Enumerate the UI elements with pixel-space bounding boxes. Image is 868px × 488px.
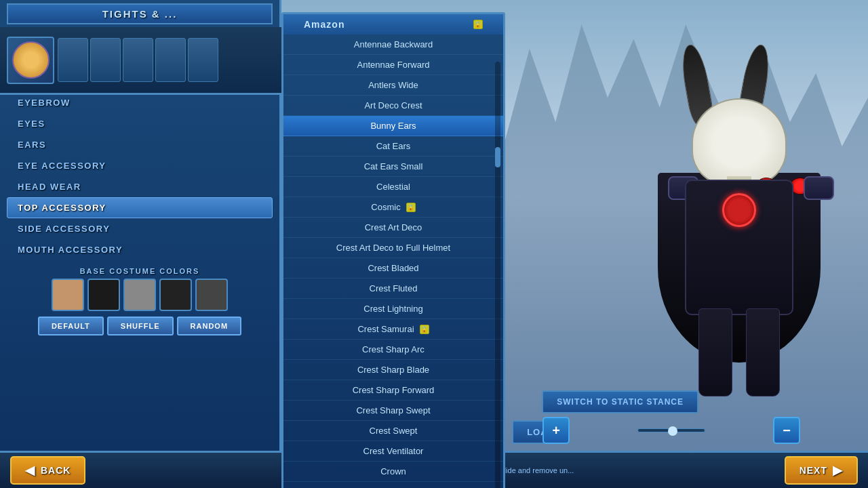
default-button[interactable]: DEFAULT bbox=[38, 317, 104, 336]
dropdown-item[interactable]: Crest Sharp Swept bbox=[283, 401, 503, 421]
panel-title: TIGHTS & ... bbox=[7, 3, 273, 24]
dropdown-item[interactable]: Crest Art Deco bbox=[283, 218, 503, 238]
dropdown-item[interactable]: Crest Ventilator bbox=[283, 441, 503, 462]
dropdown-item[interactable]: Crest Swept bbox=[283, 421, 503, 441]
lock-icon: 🔒 bbox=[420, 325, 429, 334]
dropdown-item[interactable]: Antlers Wide bbox=[283, 75, 503, 96]
random-button[interactable]: RANDOM bbox=[177, 317, 242, 336]
leg-right bbox=[746, 308, 780, 396]
dropdown-item[interactable]: Cat Ears Small bbox=[283, 157, 503, 177]
dropdown-item[interactable]: Crest Samurai🔒 bbox=[283, 319, 503, 340]
color-swatch-1[interactable] bbox=[52, 279, 84, 311]
dropdown-panel: Amazon 🔒 Antennae BackwardAntennae Forwa… bbox=[281, 12, 505, 488]
dropdown-item[interactable]: Crest Lightning bbox=[283, 299, 503, 319]
color-swatch-5[interactable] bbox=[195, 279, 228, 311]
dropdown-header: Amazon 🔒 bbox=[283, 14, 503, 35]
dropdown-item[interactable]: Doctor Mirror bbox=[283, 482, 503, 488]
dropdown-item[interactable]: Crest Sharp Blade bbox=[283, 360, 503, 380]
dropdown-item[interactable]: Cat Ears bbox=[283, 136, 503, 157]
color-swatch-2[interactable] bbox=[87, 279, 120, 311]
legs bbox=[698, 308, 780, 396]
menu-item-eyes[interactable]: EYES bbox=[7, 113, 273, 134]
dropdown-item[interactable]: Crest Bladed bbox=[283, 258, 503, 279]
action-buttons: DEFAULT SHUFFLE RANDOM bbox=[7, 317, 273, 336]
menu-item-ears[interactable]: EARS bbox=[7, 134, 273, 155]
color-swatch-4[interactable] bbox=[159, 279, 192, 311]
header-lock-icon: 🔒 bbox=[473, 20, 483, 29]
dropdown-item[interactable]: Crest Art Deco to Full Helmet bbox=[283, 238, 503, 258]
color-swatch-3[interactable] bbox=[123, 279, 156, 311]
character-figure bbox=[644, 44, 834, 410]
dropdown-item[interactable]: Celestial bbox=[283, 177, 503, 197]
skull bbox=[692, 98, 787, 186]
dropdown-item[interactable]: Antennae Forward bbox=[283, 55, 503, 75]
colors-section: BASE COSTUME COLORS DEFAULT SHUFFLE RAND… bbox=[7, 267, 273, 336]
stance-icon-5 bbox=[188, 38, 218, 82]
lock-icon: 🔒 bbox=[406, 203, 416, 212]
shuffle-button[interactable]: SHUFFLE bbox=[107, 317, 174, 336]
next-button[interactable]: NEXT ▶ bbox=[785, 456, 858, 485]
stance-icon-4 bbox=[155, 38, 186, 82]
zoom-slider[interactable] bbox=[637, 428, 705, 432]
scrollbar-thumb[interactable] bbox=[495, 147, 500, 167]
dropdown-item[interactable]: Art Deco Crest bbox=[283, 96, 503, 116]
stance-icon-3 bbox=[123, 38, 153, 82]
zoom-in-button[interactable]: + bbox=[542, 417, 570, 444]
stance-icon-2 bbox=[90, 38, 121, 82]
leg-left bbox=[698, 308, 732, 396]
menu-item-top-accessory[interactable]: TOP ACCESSORY bbox=[7, 197, 273, 218]
zoom-out-button[interactable]: − bbox=[773, 417, 800, 444]
chest-detail bbox=[722, 193, 756, 227]
dropdown-item[interactable]: Crest Sharp Forward bbox=[283, 380, 503, 401]
back-arrow-icon: ◀ bbox=[25, 463, 35, 478]
back-button[interactable]: ◀ BACK bbox=[10, 456, 85, 485]
shoulder-right bbox=[804, 176, 834, 200]
character-icon bbox=[12, 41, 50, 79]
dropdown-item[interactable]: Antennae Backward bbox=[283, 35, 503, 55]
dropdown-item[interactable]: Crest Sharp Arc bbox=[283, 340, 503, 360]
menu-item-side-accessory[interactable]: SIDE ACCESSORY bbox=[7, 218, 273, 239]
dropdown-list: Antennae BackwardAntennae ForwardAntlers… bbox=[283, 35, 503, 488]
zoom-controls: + − bbox=[542, 417, 800, 444]
stance-icons bbox=[58, 38, 275, 82]
stance-icon-1 bbox=[58, 38, 88, 82]
zoom-thumb bbox=[668, 426, 677, 436]
dropdown-item[interactable]: Crown bbox=[283, 462, 503, 482]
menu-item-eyebrow[interactable]: EYEBROW bbox=[7, 92, 273, 113]
character-preview bbox=[0, 27, 281, 95]
left-panel: TIGHTS & ... HEAD TYPE HAIRSTYLE A HAIRS… bbox=[0, 0, 281, 488]
dropdown-item[interactable]: Bunny Ears bbox=[283, 116, 503, 136]
menu-item-head-wear[interactable]: HEAD WEAR bbox=[7, 176, 273, 197]
menu-item-eye-accessory[interactable]: EYE ACCESSORY bbox=[7, 155, 273, 176]
menu-item-mouth-accessory[interactable]: MOUTH ACCESSORY bbox=[7, 239, 273, 260]
scrollbar-track[interactable] bbox=[495, 62, 500, 488]
character-display bbox=[515, 27, 868, 451]
colors-title: BASE COSTUME COLORS bbox=[7, 267, 273, 275]
color-swatches bbox=[7, 279, 273, 311]
dropdown-item[interactable]: Cosmic🔒 bbox=[283, 197, 503, 218]
next-arrow-icon: ▶ bbox=[833, 463, 843, 478]
dropdown-item[interactable]: Crest Fluted bbox=[283, 279, 503, 299]
character-avatar bbox=[7, 37, 54, 84]
switch-stance-button[interactable]: SWITCH TO STATIC STANCE bbox=[542, 390, 698, 413]
